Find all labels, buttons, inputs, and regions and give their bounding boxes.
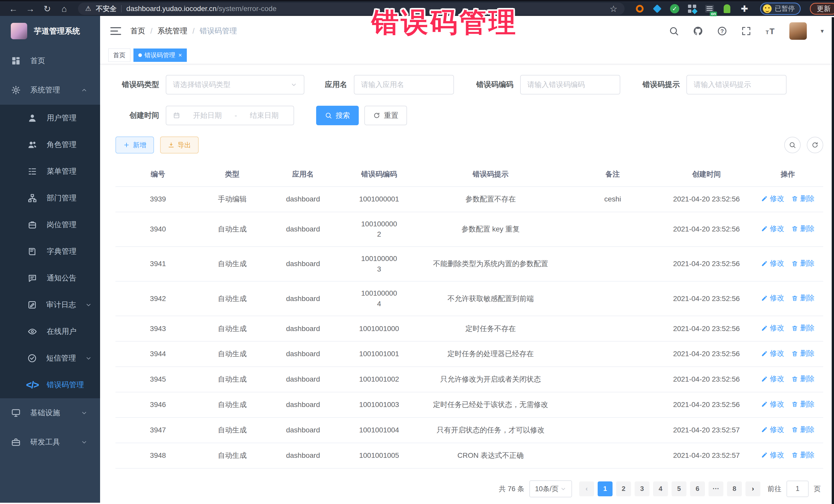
chevron-down-icon [290,81,297,88]
error-type-select[interactable]: 请选择错误码类型 [166,75,304,94]
delete-link[interactable]: 删除 [791,424,814,435]
address-bar[interactable]: ⚠ 不安全 dashboard.yudao.iocoder.cn/system/… [78,3,624,15]
tab-error-code[interactable]: 错误码管理× [133,48,187,62]
extensions-puzzle-icon[interactable]: ✚ [739,3,750,14]
sidebar-item-audit-log[interactable]: 审计日志 [0,291,100,318]
bookmark-star-icon[interactable]: ☆ [610,4,617,14]
page-button-1[interactable]: 1 [598,481,613,496]
breadcrumb-system[interactable]: 系统管理 [158,26,187,36]
close-icon[interactable]: × [178,51,182,59]
next-page-button[interactable]: › [745,481,760,496]
sidebar-item-role-management[interactable]: 角色管理 [0,131,100,158]
delete-link[interactable]: 删除 [791,348,814,359]
error-code-input[interactable] [520,75,620,94]
page-button-2[interactable]: 2 [616,481,631,496]
browser-toolbar: ← → ↻ ⌂ ⚠ 不安全 dashboard.yudao.iocoder.cn… [0,0,834,16]
sidebar-item-dept-management[interactable]: 部门管理 [0,185,100,212]
extension-icon-grid[interactable] [687,3,698,14]
breadcrumb-home[interactable]: 首页 [130,26,145,36]
add-button[interactable]: 新增 [115,136,154,153]
address-divider [121,5,122,12]
browser-reload-icon[interactable]: ↻ [40,3,54,15]
sidebar-item-dict-management[interactable]: 字典管理 [0,238,100,265]
sidebar-menu-bottom: 基础设施研发工具 [0,398,100,457]
sidebar-item-post-management[interactable]: 岗位管理 [0,212,100,238]
refresh-table-button[interactable] [807,137,823,153]
delete-link[interactable]: 删除 [791,323,814,333]
edit-link[interactable]: 修改 [761,194,784,204]
pager-more[interactable]: ··· [708,481,723,496]
edit-link[interactable]: 修改 [761,424,784,435]
delete-link[interactable]: 删除 [791,223,814,234]
toggle-search-button[interactable] [784,137,800,153]
goto-page-input[interactable] [787,481,809,497]
paused-extension-pill[interactable]: 已暂停 [760,3,800,15]
delete-link[interactable]: 删除 [791,293,814,303]
sidebar-item-dev-tools[interactable]: 研发工具 [0,428,100,457]
table-row: 3941自动生成dashboard1001000003不能删除类型为系统内置的参… [115,247,823,281]
search-icon[interactable] [669,26,679,36]
sidebar-item-home[interactable]: 首页 [0,46,100,75]
prev-page-button[interactable]: ‹ [579,481,594,496]
edit-link[interactable]: 修改 [761,374,784,384]
extension-icon-green-check[interactable]: ✓ [669,3,680,14]
reset-button[interactable]: 重置 [365,106,407,125]
export-button[interactable]: 导出 [160,136,199,153]
page-button-4[interactable]: 4 [653,481,668,496]
browser-update-button[interactable]: 更新 [810,3,834,15]
search-button[interactable]: 搜索 [316,106,359,125]
cell-type: 自动生成 [200,316,264,341]
extension-icon-orange-ring[interactable] [634,3,645,14]
help-icon[interactable]: ? [717,26,727,36]
sidebar-item-sms-management[interactable]: 短信管理 [0,345,100,372]
sidebar-item-infrastructure[interactable]: 基础设施 [0,398,100,428]
edit-link[interactable]: 修改 [761,450,784,460]
sidebar-item-menu-management[interactable]: 菜单管理 [0,158,100,185]
user-avatar[interactable] [789,22,807,40]
page-button-5[interactable]: 5 [672,481,686,496]
cell-actions: 修改删除 [752,247,823,281]
fullscreen-icon[interactable] [741,26,751,36]
font-size-icon[interactable]: TT [765,26,775,36]
page-button-6[interactable]: 6 [690,481,705,496]
edit-link[interactable]: 修改 [761,293,784,303]
delete-link[interactable]: 删除 [791,399,814,410]
pencil-icon [761,376,768,382]
sidebar-item-notice-announcement[interactable]: 通知公告 [0,265,100,291]
delete-link[interactable]: 删除 [791,450,814,460]
cell-type: 自动生成 [200,247,264,281]
cell-code: 1001000004 [342,281,416,316]
date-range-picker[interactable]: 开始日期 - 结束日期 [166,106,294,125]
page-button-3[interactable]: 3 [635,481,650,496]
edit-link[interactable]: 修改 [761,258,784,269]
browser-forward-icon[interactable]: → [23,3,38,15]
app-logo-row[interactable]: 芋道管理系统 [0,16,100,46]
github-icon[interactable] [693,26,703,36]
edit-link[interactable]: 修改 [761,348,784,359]
avatar-caret-icon[interactable]: ▾ [821,27,824,35]
extension-icon-blue-gem[interactable] [652,3,663,14]
edit-link[interactable]: 修改 [761,323,784,333]
page-button-8[interactable]: 8 [727,481,742,496]
sidebar-item-online-users[interactable]: 在线用户 [0,318,100,345]
sidebar-item-user-management[interactable]: 用户管理 [0,105,100,131]
sidebar-item-system-management[interactable]: 系统管理 [0,75,100,105]
delete-link[interactable]: 删除 [791,194,814,204]
sidebar-item-error-code-management[interactable]: </>错误码管理 [0,372,100,398]
edit-link[interactable]: 修改 [761,223,784,234]
hamburger-icon[interactable] [110,27,121,36]
cell-message: 定时任务不存在 [416,316,565,341]
browser-home-icon[interactable]: ⌂ [57,3,71,15]
extension-icon-green-figure[interactable] [722,3,732,14]
browser-back-icon[interactable]: ← [6,3,21,15]
sidebar-item-label: 首页 [30,56,89,66]
extension-icon-list[interactable]: on [704,3,715,14]
app-name-input[interactable] [354,75,454,94]
delete-link[interactable]: 删除 [791,258,814,269]
tab-home[interactable]: 首页 [108,48,130,62]
top-navbar: 首页 / 系统管理 / 错误码管理 ? TT ▾ [100,16,834,46]
page-size-select[interactable]: 10条/页 [529,480,572,497]
edit-link[interactable]: 修改 [761,399,784,410]
delete-link[interactable]: 删除 [791,374,814,384]
error-message-input[interactable] [686,75,787,94]
